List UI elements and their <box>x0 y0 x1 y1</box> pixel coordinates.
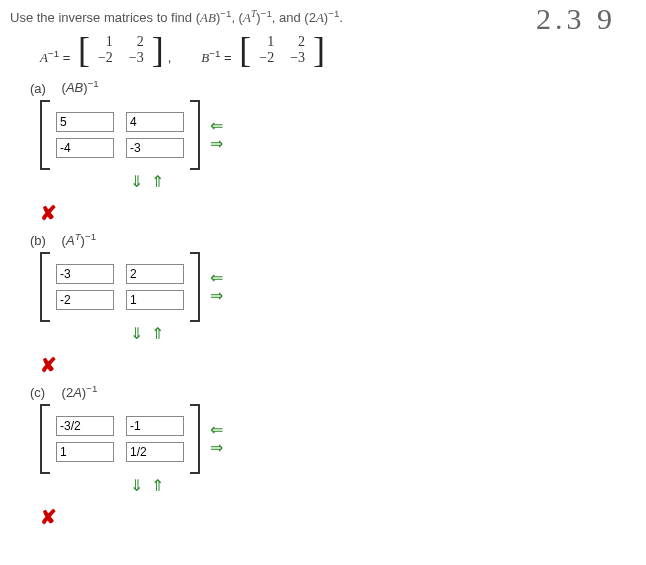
cell-a-22[interactable] <box>126 138 184 158</box>
cell-a-11[interactable] <box>56 112 114 132</box>
shrink-rows-icon[interactable]: ⇑ <box>151 173 166 190</box>
bracket-right <box>190 100 200 170</box>
bracket-left <box>40 100 50 170</box>
cell-a-12[interactable] <box>126 112 184 132</box>
given-matrices: A−1 = [ 12 −2−3 ] , B−1 = [ 12 −2−3 ] <box>40 34 636 66</box>
part-c-answer: ⇐ ⇒ ⇓ ⇑ <box>40 404 636 495</box>
cell-c-21[interactable] <box>56 442 114 462</box>
cell-b-22[interactable] <box>126 290 184 310</box>
shrink-cols-icon[interactable]: ⇐ <box>210 270 223 286</box>
wrong-icon: ✘ <box>40 201 636 225</box>
matrix-A-inv: [ 12 −2−3 ] <box>78 34 164 66</box>
shrink-rows-icon[interactable]: ⇑ <box>151 325 166 342</box>
wrong-icon: ✘ <box>40 353 636 377</box>
part-c-header: (c) (2A)−1 <box>30 383 636 400</box>
shrink-rows-icon[interactable]: ⇑ <box>151 477 166 494</box>
expand-cols-icon[interactable]: ⇒ <box>210 288 223 304</box>
cell-c-11[interactable] <box>56 416 114 436</box>
cell-c-22[interactable] <box>126 442 184 462</box>
cell-b-11[interactable] <box>56 264 114 284</box>
cell-c-12[interactable] <box>126 416 184 436</box>
bracket-left <box>40 252 50 322</box>
cell-a-21[interactable] <box>56 138 114 158</box>
shrink-cols-icon[interactable]: ⇐ <box>210 422 223 438</box>
part-b-header: (b) (AT)−1 <box>30 231 636 248</box>
part-b-answer: ⇐ ⇒ ⇓ ⇑ <box>40 252 636 343</box>
handwritten-note: 2.3 9 <box>536 2 616 36</box>
matrix-B-inv: [ 12 −2−3 ] <box>239 34 325 66</box>
bracket-right <box>190 252 200 322</box>
cell-b-12[interactable] <box>126 264 184 284</box>
expand-rows-icon[interactable]: ⇓ <box>130 173 145 190</box>
expand-cols-icon[interactable]: ⇒ <box>210 440 223 456</box>
wrong-icon: ✘ <box>40 505 636 529</box>
shrink-cols-icon[interactable]: ⇐ <box>210 118 223 134</box>
expand-rows-icon[interactable]: ⇓ <box>130 325 145 342</box>
expand-rows-icon[interactable]: ⇓ <box>130 477 145 494</box>
bracket-right <box>190 404 200 474</box>
part-a-header: (a) (AB)−1 <box>30 78 636 95</box>
expand-cols-icon[interactable]: ⇒ <box>210 136 223 152</box>
bracket-left <box>40 404 50 474</box>
cell-b-21[interactable] <box>56 290 114 310</box>
part-a-answer: ⇐ ⇒ ⇓ ⇑ <box>40 100 636 191</box>
